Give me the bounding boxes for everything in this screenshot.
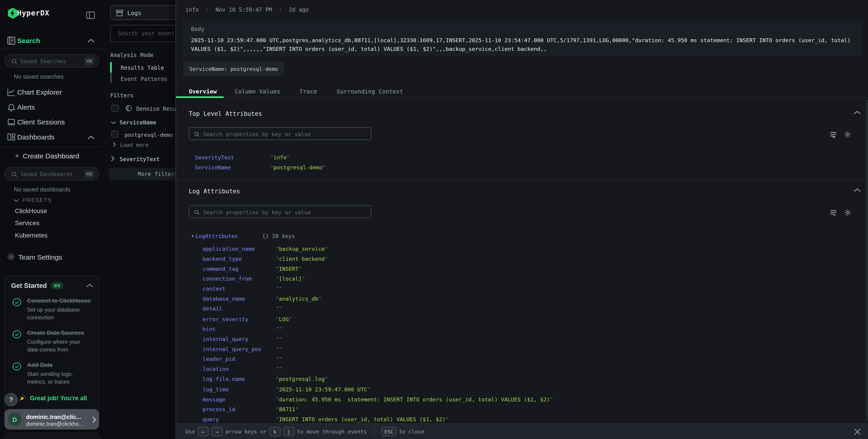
attribute-value[interactable] — [276, 336, 282, 342]
attribute-value[interactable]: 88711 — [276, 406, 299, 412]
event-search-input[interactable]: Search your events — [110, 25, 176, 42]
attribute-row[interactable]: log_time 2025-11-10 23:59:47.000 UTC — [203, 384, 553, 394]
service-name-chevron-down-icon[interactable] — [111, 121, 116, 124]
log-attributes-search-input[interactable]: Search properties by key or value — [189, 206, 371, 218]
attribute-row[interactable]: connection_from [local] — [203, 274, 553, 284]
preset-item[interactable]: ClickHouse — [15, 208, 48, 215]
attribute-value[interactable]: INSERT INTO orders (user_id, total) VALU… — [276, 416, 448, 422]
get-started-item[interactable]: Connect to ClickHouseSet up your databas… — [12, 297, 92, 322]
attribute-value[interactable]: 2025-11-10 23:59:47.000 UTC — [276, 386, 370, 392]
attribute-value[interactable]: backup_service — [276, 246, 328, 252]
attribute-value[interactable]: duration: 45.950 ms statement: INSERT IN… — [276, 396, 553, 402]
attribute-key[interactable]: command_tag — [203, 265, 276, 272]
attribute-value[interactable]: info — [270, 154, 290, 160]
attribute-value[interactable] — [276, 286, 282, 292]
log-attributes-root-key[interactable]: LogAttributes — [195, 233, 238, 239]
attribute-row[interactable]: SeverityText info — [195, 152, 326, 162]
create-dashboard-button[interactable]: Create Dashboard — [23, 152, 79, 160]
wrap-lines-icon[interactable] — [830, 209, 837, 216]
attribute-value[interactable]: postgresql.log — [276, 376, 328, 382]
attribute-row[interactable]: internal_query — [203, 334, 553, 344]
help-button[interactable]: ? — [4, 393, 18, 406]
attribute-row[interactable]: application_name backup_service — [203, 244, 553, 254]
attribute-key[interactable]: query — [203, 416, 276, 422]
attribute-row[interactable]: location — [203, 364, 553, 374]
attribute-row[interactable]: backend_type client backend — [203, 254, 553, 264]
presets-label[interactable]: PRESETS — [23, 197, 52, 203]
wrap-lines-icon[interactable] — [830, 131, 837, 138]
severity-text-chevron-icon[interactable] — [111, 155, 115, 162]
sidebar-bottom-card[interactable] — [4, 433, 100, 439]
attribute-row[interactable]: command_tag INSERT — [203, 264, 553, 274]
attribute-key[interactable]: application_name — [203, 246, 276, 252]
attribute-row[interactable]: database_name analytics_db — [203, 294, 553, 304]
denoise-label[interactable]: Denoise Results — [136, 106, 175, 112]
get-started-collapse-chevron-icon[interactable] — [86, 283, 93, 288]
load-more-button[interactable]: Load more — [120, 142, 149, 148]
preset-item[interactable]: Services — [15, 220, 48, 227]
attribute-key[interactable]: context — [203, 286, 276, 292]
preset-item[interactable]: Kubernetes — [15, 232, 48, 240]
saved-dashboards-input[interactable]: Saved Dashboards ⌘K — [4, 167, 99, 180]
attribute-row[interactable]: process_id 88711 — [203, 404, 553, 414]
attribute-key[interactable]: SeverityText — [195, 154, 270, 160]
attribute-key[interactable]: log_time — [203, 386, 276, 392]
attribute-value[interactable]: postgresql-demo — [270, 164, 326, 170]
attribute-row[interactable]: ServiceName postgresql-demo — [195, 162, 326, 172]
attribute-key[interactable]: message — [203, 396, 276, 402]
service-name-tag[interactable]: ServiceName: postgresql-demo — [183, 62, 284, 76]
attribute-row[interactable]: leader_pid — [203, 354, 553, 364]
attribute-value[interactable]: INSERT — [276, 265, 302, 272]
sidebar-item-alerts[interactable]: Alerts — [17, 103, 35, 112]
get-started-item[interactable]: Add DataStart sending logs, metrics, or … — [12, 361, 92, 386]
service-value-checkbox[interactable] — [111, 131, 119, 138]
attribute-row[interactable]: hint — [203, 324, 553, 334]
attribute-value[interactable] — [276, 346, 282, 352]
attribute-row[interactable]: log.file.name postgresql.log — [203, 374, 553, 384]
source-selector-button[interactable]: Logs — [110, 5, 176, 20]
attribute-key[interactable]: backend_type — [203, 255, 276, 262]
sidebar-item-dashboards[interactable]: Dashboards — [17, 133, 55, 142]
attribute-key[interactable]: database_name — [203, 296, 276, 302]
tab-overview[interactable]: Overview — [189, 88, 217, 95]
mode-results-table[interactable]: Results Table — [121, 65, 164, 71]
attribute-value[interactable]: client backend — [276, 255, 328, 262]
attribute-value[interactable]: [local] — [276, 276, 305, 282]
attribute-value[interactable]: LOG — [276, 316, 292, 322]
section-collapse-chevron-icon[interactable] — [854, 188, 861, 193]
attribute-row[interactable]: error_severity LOG — [203, 314, 553, 324]
sidebar-item-chart-explorer[interactable]: Chart Explorer — [17, 89, 62, 97]
tab-surrounding-context[interactable]: Surrounding Context — [337, 88, 403, 95]
filter-group-severity-text[interactable]: SeverityText — [120, 156, 160, 162]
sidebar-item-search[interactable]: Search — [17, 37, 40, 45]
sidebar-item-team-settings[interactable]: Team Settings — [18, 253, 62, 262]
dashboards-collapse-chevron-icon[interactable] — [88, 135, 95, 140]
denoise-checkbox[interactable] — [111, 105, 119, 112]
tab-trace[interactable]: Trace — [300, 88, 317, 95]
attribute-row[interactable]: detail — [203, 304, 553, 314]
user-account-row[interactable]: D dominic.tran@clic... dominic.tran@clic… — [4, 409, 99, 430]
section-collapse-chevron-icon[interactable] — [854, 110, 861, 115]
tree-collapse-triangle-icon[interactable]: ▾ — [191, 233, 194, 239]
attribute-key[interactable]: ServiceName — [195, 164, 270, 170]
attribute-key[interactable]: error_severity — [203, 316, 276, 322]
scrollbar-thumb[interactable] — [866, 100, 868, 421]
attribute-key[interactable]: hint — [203, 326, 276, 332]
filter-group-service-name[interactable]: ServiceName — [120, 120, 156, 126]
attribute-row[interactable]: context — [203, 284, 553, 294]
saved-searches-input[interactable]: Saved Searches ⌘K — [4, 54, 99, 67]
attribute-value[interactable] — [276, 356, 282, 362]
sidebar-collapse-icon[interactable] — [86, 11, 95, 20]
attribute-row[interactable]: message duration: 45.950 ms statement: I… — [203, 394, 553, 404]
attribute-value[interactable] — [276, 306, 282, 312]
attribute-key[interactable]: location — [203, 366, 276, 372]
presets-chevron-down-icon[interactable] — [13, 198, 20, 202]
close-icon[interactable] — [854, 428, 861, 435]
top-level-search-input[interactable]: Search properties by key or value — [189, 127, 371, 140]
get-started-item[interactable]: Create Data SourcesConfigure where your … — [12, 329, 92, 353]
attribute-value[interactable]: analytics_db — [276, 296, 321, 302]
attribute-key[interactable]: detail — [203, 306, 276, 312]
attribute-row[interactable]: query INSERT INTO orders (user_id, total… — [203, 414, 553, 425]
service-value-label[interactable]: postgresql-demo — [124, 132, 173, 138]
attribute-key[interactable]: internal_query_pos — [203, 346, 276, 352]
